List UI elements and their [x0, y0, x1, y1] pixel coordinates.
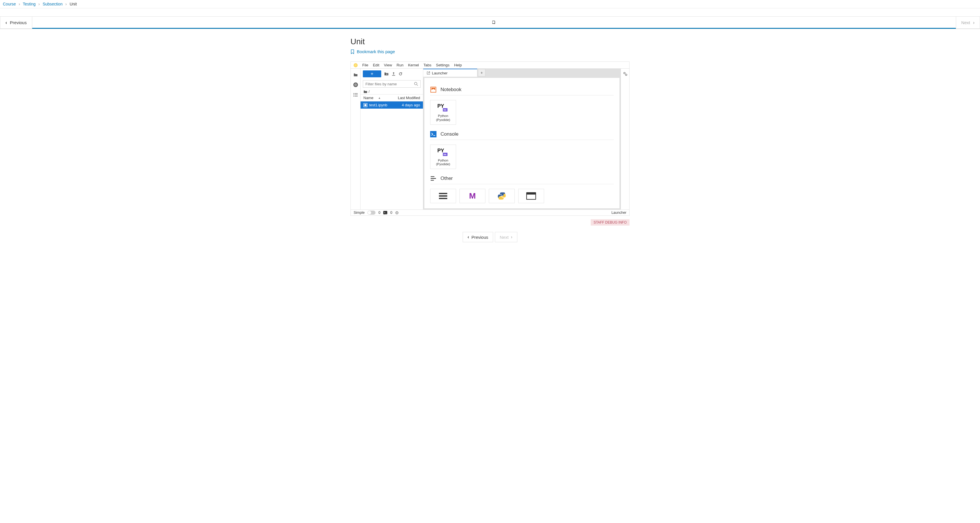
list-icon[interactable] [353, 93, 358, 97]
file-modified: 4 days ago [402, 103, 420, 107]
launcher-card-notebook-python[interactable]: PY WA Python (Pyodide) [430, 100, 456, 125]
file-browser: + / Name▲ Last Modified [361, 69, 423, 209]
staff-debug-info[interactable]: STAFF DEBUG INFO [350, 220, 630, 224]
new-launcher-button[interactable]: + [363, 70, 381, 77]
bottom-previous-label: Previous [471, 235, 488, 240]
jupyter-menubar: File Edit View Run Kernel Tabs Settings … [351, 62, 629, 69]
section-title-label: Other [441, 176, 453, 181]
menu-file[interactable]: File [362, 63, 368, 67]
tab-bar: Launcher + [423, 69, 620, 77]
chevron-right-icon: › [973, 20, 975, 25]
status-bar: Simple 0 >_ 0 Launcher [351, 209, 629, 216]
python-pyodide-icon: PY WA [438, 148, 449, 157]
chevron-left-icon: ‹ [468, 235, 469, 240]
file-name: test1.ipynb [369, 103, 387, 107]
breadcrumb-testing[interactable]: Testing [23, 2, 35, 6]
menu-view[interactable]: View [384, 63, 392, 67]
tab-launcher[interactable]: Launcher [423, 69, 477, 77]
new-folder-icon[interactable] [384, 72, 389, 76]
divider [430, 184, 614, 184]
svg-point-19 [397, 212, 397, 213]
svg-point-0 [353, 93, 354, 94]
search-icon [414, 82, 418, 86]
svg-rect-10 [430, 131, 436, 137]
section-title-label: Console [441, 132, 458, 137]
svg-point-16 [624, 73, 625, 74]
terminal-status-icon: >_ [383, 211, 387, 214]
jupyterlab-frame: File Edit View Run Kernel Tabs Settings … [350, 62, 630, 216]
chevron-right-icon: › [65, 2, 67, 6]
python-icon [497, 192, 507, 200]
launcher-card-console-python[interactable]: PY WA Python (Pyodide) [430, 144, 456, 169]
notebook-file-icon [363, 103, 368, 107]
file-list-header[interactable]: Name▲ Last Modified [361, 94, 423, 101]
tab-label: Launcher [432, 71, 447, 75]
card-label: Python (Pyodide) [436, 158, 450, 167]
section-notebook: Notebook [430, 87, 614, 93]
menu-run[interactable]: Run [396, 63, 403, 67]
launcher-panel: Notebook PY WA Python (Pyodide) [425, 78, 619, 208]
menu-edit[interactable]: Edit [373, 63, 379, 67]
menu-kernel[interactable]: Kernel [408, 63, 419, 67]
status-count-1: 0 [379, 211, 380, 215]
breadcrumb-course[interactable]: Course [3, 2, 16, 6]
nav-unit-tab[interactable] [32, 16, 956, 29]
menu-settings[interactable]: Settings [436, 63, 449, 67]
status-right: Launcher [611, 211, 626, 215]
filter-input[interactable] [366, 82, 414, 86]
nav-previous-button[interactable]: ‹ Previous [0, 16, 32, 29]
col-modified: Last Modified [398, 96, 420, 100]
console-section-icon [430, 131, 436, 137]
svg-rect-15 [527, 193, 536, 195]
breadcrumb-current: Unit [70, 2, 77, 6]
menu-help[interactable]: Help [454, 63, 462, 67]
chevron-right-icon: › [511, 235, 512, 240]
bookmark-button[interactable]: Bookmark this page [350, 49, 630, 54]
folder-icon[interactable] [353, 73, 358, 77]
chevron-right-icon: › [19, 2, 20, 6]
page-title: Unit [350, 37, 630, 46]
col-name: Name [363, 96, 374, 100]
section-other: Other [430, 175, 614, 182]
menu-tabs[interactable]: Tabs [423, 63, 431, 67]
breadcrumb-subsection[interactable]: Subsection [43, 2, 62, 6]
new-tab-button[interactable]: + [478, 69, 485, 76]
path-label: / [369, 89, 370, 94]
breadcrumb-path[interactable]: / [361, 89, 423, 94]
bottom-next-button[interactable]: Next › [495, 232, 517, 242]
launcher-card-text[interactable] [430, 189, 456, 203]
launcher-card-terminal[interactable] [518, 189, 544, 203]
bottom-nav: ‹ Previous Next › [0, 232, 980, 242]
bookmark-label: Bookmark this page [357, 49, 395, 54]
svg-point-3 [414, 82, 417, 85]
svg-text:WA: WA [444, 153, 447, 155]
launcher-card-python[interactable] [489, 189, 515, 203]
unit-navbar: ‹ Previous Next › [0, 16, 980, 29]
left-rail [351, 69, 361, 209]
divider [430, 95, 614, 95]
markdown-icon: M [469, 192, 476, 201]
running-icon[interactable] [353, 82, 358, 87]
nav-previous-label: Previous [10, 20, 27, 25]
refresh-icon[interactable] [398, 72, 402, 76]
filter-files-field[interactable] [363, 80, 421, 88]
divider [430, 139, 614, 140]
chevron-left-icon: ‹ [5, 20, 7, 25]
simple-toggle[interactable] [368, 211, 375, 215]
section-title-label: Notebook [441, 87, 461, 92]
other-section-icon [430, 175, 436, 182]
section-console: Console [430, 131, 614, 137]
bottom-next-label: Next [500, 235, 509, 240]
svg-text:PY: PY [438, 103, 444, 109]
upload-icon[interactable] [391, 72, 396, 76]
settings-gears-icon[interactable] [623, 71, 628, 76]
terminal-icon [526, 192, 536, 200]
svg-point-2 [353, 96, 354, 97]
file-row[interactable]: test1.ipynb 4 days ago [361, 101, 423, 109]
launcher-card-markdown[interactable]: M [460, 189, 485, 203]
notebook-section-icon [430, 87, 436, 93]
nav-next-button[interactable]: Next › [956, 16, 980, 29]
chevron-right-icon: › [38, 2, 40, 6]
bottom-previous-button[interactable]: ‹ Previous [463, 232, 493, 242]
lightbulb-icon[interactable] [354, 63, 358, 67]
